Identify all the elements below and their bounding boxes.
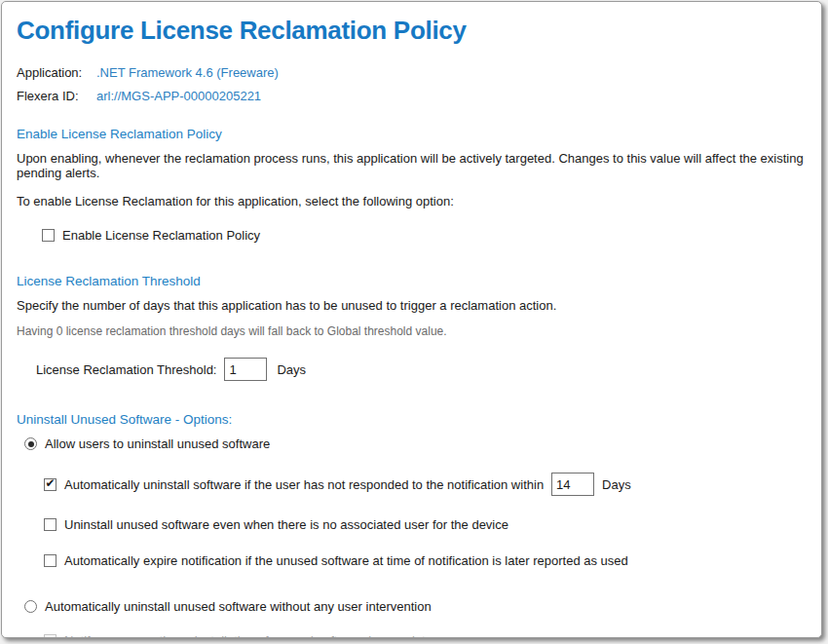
section-heading-enable-policy: Enable License Reclamation Policy bbox=[17, 127, 806, 141]
allow-users-radio-row[interactable]: Allow users to uninstall unused software bbox=[24, 436, 806, 451]
section-threshold: License Reclamation Threshold Specify th… bbox=[17, 274, 806, 381]
section-uninstall-options: Uninstall Unused Software - Options: All… bbox=[17, 412, 806, 638]
threshold-field-row: License Reclamation Threshold: Days bbox=[36, 358, 806, 381]
radio-dot-icon bbox=[28, 441, 34, 447]
checkmark-icon: ✔ bbox=[45, 477, 55, 489]
application-info: Application: .NET Framework 4.6 (Freewar… bbox=[17, 65, 806, 103]
threshold-field-label: License Reclamation Threshold: bbox=[36, 362, 216, 377]
auto-no-intervention-radio-label: Automatically uninstall unused software … bbox=[45, 599, 432, 614]
allow-users-radio-label: Allow users to uninstall unused software bbox=[45, 436, 270, 451]
enable-policy-checkbox-label: Enable License Reclamation Policy bbox=[62, 228, 260, 243]
section-heading-threshold: License Reclamation Threshold bbox=[17, 274, 806, 288]
auto-uninstall-checkbox-row[interactable]: ✔ Automatically uninstall software if th… bbox=[44, 473, 806, 496]
auto-uninstall-checkbox-label: Automatically uninstall software if the … bbox=[64, 477, 544, 492]
auto-no-intervention-radio-row[interactable]: Automatically uninstall unused software … bbox=[24, 599, 806, 614]
configure-license-reclamation-panel: Configure License Reclamation Policy App… bbox=[1, 1, 822, 638]
enable-policy-description: Upon enabling, whenever the reclamation … bbox=[17, 151, 806, 180]
no-associated-user-checkbox[interactable]: ✔ bbox=[44, 518, 56, 531]
allow-users-radio[interactable] bbox=[24, 437, 37, 450]
application-link[interactable]: .NET Framework 4.6 (Freeware) bbox=[96, 65, 806, 80]
enable-policy-checkbox-row[interactable]: ✔ Enable License Reclamation Policy bbox=[42, 228, 806, 243]
section-heading-uninstall-options: Uninstall Unused Software - Options: bbox=[17, 412, 806, 427]
flexera-id-link[interactable]: arl://MGS-APP-00000205221 bbox=[96, 89, 806, 103]
threshold-days-unit: Days bbox=[277, 362, 306, 377]
application-label: Application: bbox=[17, 65, 96, 80]
notify-user-checkbox-row: ✔ Notify user once the uninstallation of… bbox=[44, 633, 806, 638]
no-associated-user-checkbox-label: Uninstall unused software even when ther… bbox=[64, 517, 508, 532]
auto-uninstall-checkbox[interactable]: ✔ bbox=[44, 478, 56, 491]
page-title: Configure License Reclamation Policy bbox=[17, 16, 806, 46]
notify-user-checkbox-label: Notify user once the uninstallation of u… bbox=[64, 633, 433, 638]
expire-notification-checkbox[interactable]: ✔ bbox=[44, 554, 56, 567]
threshold-days-input[interactable] bbox=[224, 358, 267, 381]
section-enable-policy: Enable License Reclamation Policy Upon e… bbox=[17, 127, 806, 243]
no-associated-user-checkbox-row[interactable]: ✔ Uninstall unused software even when th… bbox=[44, 517, 806, 532]
auto-uninstall-days-input[interactable] bbox=[551, 473, 594, 496]
threshold-note: Having 0 license reclamation threshold d… bbox=[17, 324, 806, 338]
auto-no-intervention-radio[interactable] bbox=[24, 600, 37, 613]
enable-policy-instruction: To enable License Reclamation for this a… bbox=[17, 194, 806, 208]
enable-policy-checkbox[interactable]: ✔ bbox=[42, 229, 55, 242]
auto-uninstall-days-unit: Days bbox=[602, 477, 631, 492]
notify-user-checkbox: ✔ bbox=[44, 634, 56, 638]
expire-notification-checkbox-label: Automatically expire notification if the… bbox=[64, 553, 628, 568]
flexera-id-label: Flexera ID: bbox=[17, 89, 96, 103]
threshold-description: Specify the number of days that this app… bbox=[17, 298, 806, 313]
expire-notification-checkbox-row[interactable]: ✔ Automatically expire notification if t… bbox=[44, 553, 806, 568]
